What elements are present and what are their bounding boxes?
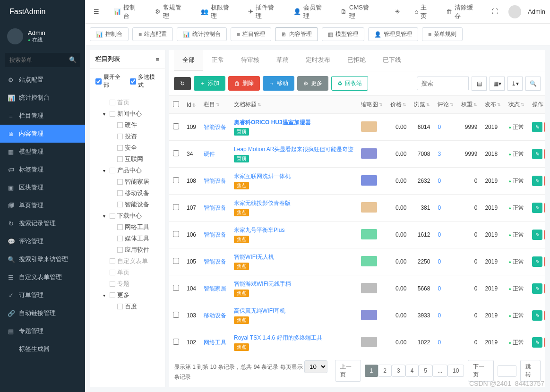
col-2[interactable]: 栏目⇅ bbox=[200, 96, 230, 114]
cell-comments[interactable]: 0 bbox=[438, 205, 441, 211]
edit-button[interactable]: ✎ bbox=[532, 310, 542, 321]
adv-search-icon[interactable]: 🔍 bbox=[525, 77, 541, 91]
col-5[interactable]: 价格⇅ bbox=[387, 96, 410, 114]
tab-5[interactable]: ▦模型管理 bbox=[322, 27, 364, 41]
cell-comments[interactable]: 0 bbox=[438, 231, 441, 238]
title-link[interactable]: 奥睿科ORICO HU3温室加湿器 bbox=[234, 119, 353, 127]
col-4[interactable]: 缩略图⇅ bbox=[357, 96, 387, 114]
sidebar-item-3[interactable]: 🗎内容管理 bbox=[0, 125, 85, 143]
prev-page-button[interactable]: 上一页 bbox=[335, 360, 361, 382]
edit-button[interactable]: ✎ bbox=[532, 149, 542, 159]
page-jump-input[interactable] bbox=[498, 365, 516, 377]
thumb[interactable] bbox=[361, 310, 377, 320]
row-delete-button[interactable]: 🗑 bbox=[544, 149, 545, 159]
row-delete-button[interactable]: 🗑 bbox=[544, 203, 545, 213]
row-check[interactable] bbox=[173, 285, 179, 291]
thumb[interactable] bbox=[361, 283, 377, 293]
cell-comments[interactable]: 0 bbox=[438, 312, 441, 319]
tree-node[interactable]: ▾下载中心 bbox=[103, 210, 159, 222]
row-delete-button[interactable]: 🗑 bbox=[544, 337, 545, 348]
search-icon[interactable]: 🔍 bbox=[69, 56, 77, 63]
edit-button[interactable]: ✎ bbox=[532, 283, 542, 294]
page-1[interactable]: 1 bbox=[365, 365, 378, 377]
per-page-select[interactable]: 10 bbox=[304, 360, 327, 373]
col-9[interactable]: 发布⇅ bbox=[481, 96, 505, 114]
tree-node[interactable]: 移动设备 bbox=[111, 187, 159, 199]
tree-node[interactable]: 媒体工具 bbox=[111, 233, 159, 244]
tree-node[interactable]: 应用软件 bbox=[111, 244, 159, 256]
refresh-button[interactable]: ↻ bbox=[174, 77, 191, 90]
row-check[interactable] bbox=[173, 231, 179, 237]
page-5[interactable]: 5 bbox=[419, 365, 432, 377]
edit-button[interactable]: ✎ bbox=[532, 122, 542, 132]
thumb[interactable] bbox=[361, 202, 377, 213]
sidebar-item-5[interactable]: 🏷标签管理 bbox=[0, 161, 85, 179]
topnav-right-0[interactable]: ☀ bbox=[391, 8, 404, 15]
cell-cat[interactable]: 网络工具 bbox=[204, 339, 226, 346]
tree-node[interactable]: 自定义表单 bbox=[103, 256, 159, 267]
col-8[interactable]: 权重⇅ bbox=[457, 96, 481, 114]
tree-node[interactable]: ▾更多 bbox=[103, 290, 159, 301]
title-link[interactable]: 米家九号平衡车Plus bbox=[234, 226, 353, 234]
cell-comments[interactable]: 0 bbox=[438, 285, 441, 292]
cell-comments[interactable]: 0 bbox=[438, 178, 441, 184]
status-tab-5[interactable]: 已拒绝 bbox=[339, 50, 374, 71]
thumb[interactable] bbox=[361, 229, 377, 239]
thumb[interactable] bbox=[361, 121, 377, 132]
topnav-item-4[interactable]: ✈插件管理 bbox=[244, 3, 283, 20]
sidebar-item-13[interactable]: 🔗自动链接管理 bbox=[0, 304, 85, 322]
tree-node[interactable]: 安全 bbox=[111, 142, 159, 153]
status-tab-3[interactable]: 草稿 bbox=[268, 50, 297, 71]
row-check[interactable] bbox=[173, 177, 179, 183]
row-check[interactable] bbox=[173, 312, 179, 318]
row-delete-button[interactable]: 🗑 bbox=[544, 230, 545, 240]
tree-node[interactable]: 投资 bbox=[111, 131, 159, 142]
title-link[interactable]: 高保真无绳WIFI耳机 bbox=[234, 307, 353, 315]
col-7[interactable]: 评论⇅ bbox=[434, 96, 457, 114]
title-link[interactable]: 智能游戏WIFI无线手柄 bbox=[234, 280, 353, 288]
row-delete-button[interactable]: 🗑 bbox=[544, 122, 545, 132]
sidebar-item-8[interactable]: ↻搜索记录管理 bbox=[0, 214, 85, 232]
cell-cat[interactable]: 智能设备 bbox=[204, 205, 226, 211]
topnav-right-3[interactable]: ⛶ bbox=[488, 8, 502, 15]
jump-button[interactable]: 跳转 bbox=[520, 360, 541, 382]
status-tab-2[interactable]: 待审核 bbox=[232, 50, 268, 71]
sidebar-item-14[interactable]: ▤专题管理 bbox=[0, 322, 85, 340]
tree-node[interactable]: 专题 bbox=[103, 278, 159, 290]
cell-comments[interactable]: 0 bbox=[438, 258, 441, 265]
sidebar-item-0[interactable]: ⚙站点配置 bbox=[0, 71, 85, 89]
toggle-card-icon[interactable]: ▤ bbox=[472, 77, 487, 91]
edit-button[interactable]: ✎ bbox=[532, 230, 542, 240]
cat-menu-icon[interactable]: ≡ bbox=[155, 56, 159, 63]
add-button[interactable]: ＋ 添加 bbox=[194, 76, 225, 91]
topnav-item-6[interactable]: 🗎CMS管理 bbox=[337, 3, 378, 20]
title-link[interactable]: 米家无线投影仪青春版 bbox=[234, 199, 353, 207]
page-...[interactable]: ... bbox=[432, 365, 447, 377]
multi-mode-check[interactable]: 多选模式 bbox=[130, 73, 160, 89]
more-button[interactable]: ⚙ 更多 bbox=[297, 76, 328, 91]
row-check[interactable] bbox=[173, 204, 179, 210]
page-10[interactable]: 10 bbox=[447, 365, 464, 377]
top-avatar[interactable] bbox=[508, 5, 521, 18]
tab-2[interactable]: 📊统计控制台 bbox=[177, 27, 227, 41]
cell-cat[interactable]: 智能设备 bbox=[204, 258, 226, 265]
status-tab-0[interactable]: 全部 bbox=[174, 50, 203, 71]
tab-6[interactable]: 👤管理员管理 bbox=[368, 27, 418, 41]
edit-button[interactable]: ✎ bbox=[532, 203, 542, 213]
cell-cat[interactable]: 硬件 bbox=[204, 151, 215, 157]
row-check[interactable] bbox=[173, 123, 179, 129]
tab-4[interactable]: 🗎内容管理 bbox=[275, 27, 318, 41]
row-delete-button[interactable]: 🗑 bbox=[544, 176, 545, 186]
topnav-right-1[interactable]: ⌂主页 bbox=[411, 3, 436, 20]
sidebar-item-2[interactable]: ≡栏目管理 bbox=[0, 107, 85, 125]
tree-node[interactable]: ▾产品中心 bbox=[103, 165, 159, 176]
tab-3[interactable]: ≡栏目管理 bbox=[231, 27, 271, 41]
col-1[interactable]: Id⇅ bbox=[183, 96, 200, 114]
sidebar-item-9[interactable]: 💬评论管理 bbox=[0, 232, 85, 250]
page-2[interactable]: 2 bbox=[378, 365, 392, 377]
tab-0[interactable]: 📊控制台 bbox=[90, 27, 129, 41]
sidebar-item-11[interactable]: ☰自定义表单管理 bbox=[0, 268, 85, 286]
tree-node[interactable]: ▾新闻中心 bbox=[103, 108, 159, 119]
topnav-item-0[interactable]: ☰ bbox=[90, 8, 103, 15]
recycle-button[interactable]: ♻ 回收站 bbox=[331, 76, 368, 91]
